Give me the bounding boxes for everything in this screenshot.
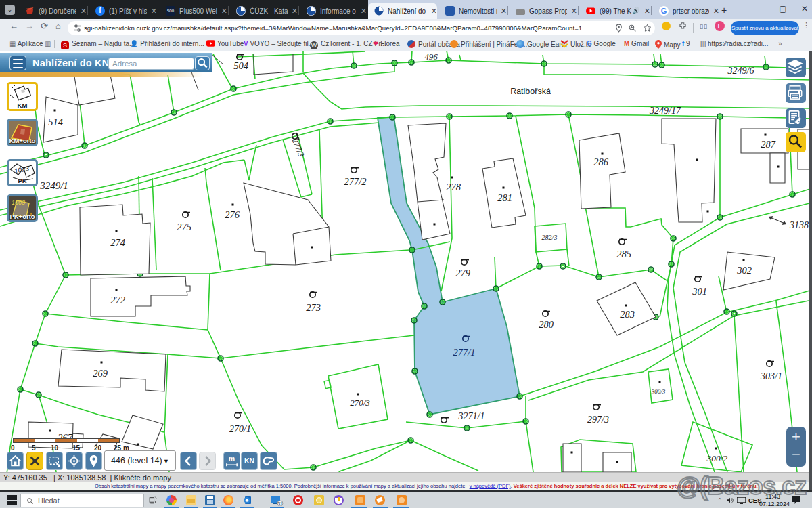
svg-text:302: 302 [736,265,752,276]
svg-text:273: 273 [306,302,321,313]
svg-text:m: m [229,454,235,463]
svg-text:3249/17: 3249/17 [649,106,681,116]
svg-text:3138: 3138 [789,220,809,230]
svg-text:514: 514 [48,117,63,127]
svg-text:272: 272 [110,295,125,305]
svg-text:281: 281 [497,192,512,203]
svg-text:303/1: 303/1 [760,371,782,381]
svg-text:504: 504 [233,60,248,71]
svg-text:Ratibořská: Ratibořská [510,87,551,96]
svg-text:300/2: 300/2 [706,453,728,463]
svg-text:270/1: 270/1 [229,424,251,434]
svg-text:1023: 1023 [14,165,30,175]
svg-text:287: 287 [761,139,776,150]
svg-text:3249/6: 3249/6 [727,66,754,76]
svg-text:3271/1: 3271/1 [458,411,485,421]
svg-text:297/3: 297/3 [587,415,609,425]
svg-text:269: 269 [93,368,108,379]
svg-text:279: 279 [455,268,471,278]
svg-text:1003: 1003 [12,199,25,206]
svg-text:31: 31 [277,501,283,506]
svg-text:276: 276 [225,209,240,220]
svg-text:275: 275 [177,221,191,232]
svg-text:286: 286 [593,156,609,167]
svg-text:283: 283 [620,309,635,320]
svg-text:277/2: 277/2 [344,176,366,187]
svg-text:278: 278 [446,182,461,192]
svg-text:282/3: 282/3 [542,234,558,241]
svg-text:496: 496 [424,51,438,62]
svg-text:280: 280 [539,319,554,330]
svg-text:277/1: 277/1 [453,347,475,358]
svg-text:3249/1: 3249/1 [39,180,68,191]
svg-text:285: 285 [616,249,631,259]
svg-text:301: 301 [692,286,707,297]
svg-text:274: 274 [110,237,125,248]
svg-text:KN: KN [244,457,254,465]
svg-text:270/3: 270/3 [350,398,370,408]
svg-text:300/3: 300/3 [651,388,666,395]
